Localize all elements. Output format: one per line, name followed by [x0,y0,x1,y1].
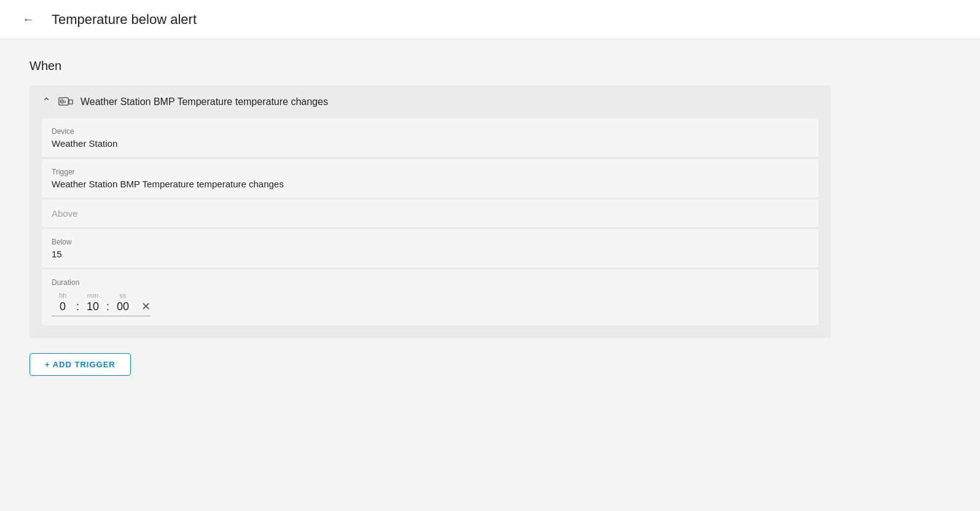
hours-value: 0 [52,300,74,313]
below-value: 15 [52,249,809,259]
device-field: Device Weather Station [42,119,818,158]
seconds-label: ss [120,292,127,299]
svg-rect-1 [69,100,73,104]
when-section-title: When [29,59,831,73]
hours-unit: hh 0 [52,292,74,313]
seconds-unit: ss 00 [112,292,134,313]
header: ← Temperature below alert [0,0,980,39]
duration-field: Duration hh 0 : mm 10 : [42,270,818,325]
minutes-label: mm [87,292,98,299]
duration-input[interactable]: hh 0 : mm 10 : ss 00 [52,292,151,316]
chevron-up-icon: ⌃ [42,95,51,109]
hours-label: hh [59,292,66,299]
duration-clear-button[interactable]: ✕ [141,292,151,313]
device-sensor-icon [58,96,73,108]
duration-label: Duration [52,278,809,287]
below-label: Below [52,238,809,246]
add-trigger-button[interactable]: + ADD TRIGGER [29,353,131,376]
above-field: Above [42,200,818,228]
trigger-value: Weather Station BMP Temperature temperat… [52,179,809,189]
back-button[interactable]: ← [20,10,37,29]
above-value: Above [52,208,809,219]
below-field: Below 15 [42,229,818,268]
seconds-value: 00 [112,300,134,313]
separator-1: : [76,292,79,313]
trigger-label: Trigger [52,168,809,176]
minutes-unit: mm 10 [82,292,104,313]
duration-row: hh 0 : mm 10 : ss 00 [52,292,809,316]
separator-2: : [106,292,109,313]
add-trigger-label: + ADD TRIGGER [45,360,116,369]
device-label: Device [52,127,809,136]
trigger-card-header[interactable]: ⌃ Weather Station BMP Temperature temper… [29,85,831,119]
trigger-field: Trigger Weather Station BMP Temperature … [42,159,818,198]
fields-container: Device Weather Station Trigger Weather S… [42,119,818,326]
trigger-card-header-title: Weather Station BMP Temperature temperat… [80,96,328,107]
device-value: Weather Station [52,138,809,149]
close-icon: ✕ [141,300,151,313]
main-content: When ⌃ Weather Station BMP Temperature t… [0,39,860,396]
minutes-value: 10 [82,300,104,313]
trigger-card: ⌃ Weather Station BMP Temperature temper… [29,85,831,338]
trigger-card-body: Device Weather Station Trigger Weather S… [29,119,831,338]
page-title: Temperature below alert [52,12,197,28]
